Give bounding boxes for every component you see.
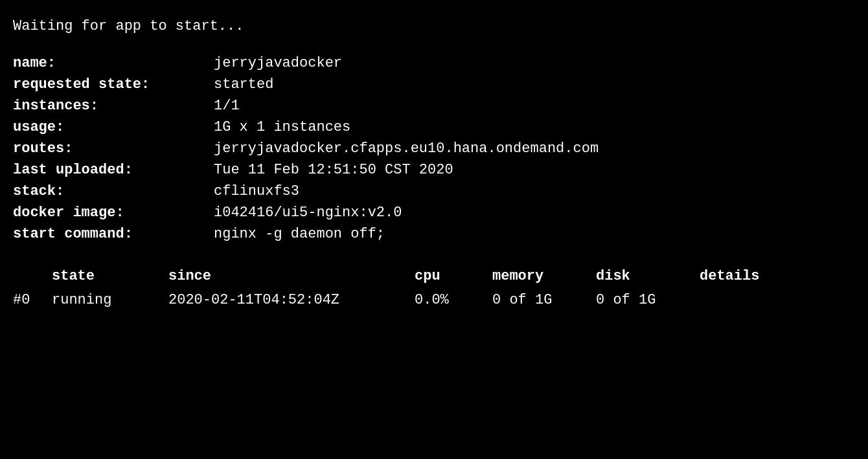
stack-row: stack: cflinuxfs3 (13, 181, 599, 202)
name-label: name: (13, 52, 214, 74)
requested-state-label: requested state: (13, 74, 214, 95)
header-since: since (168, 265, 415, 287)
header-details: details (700, 265, 803, 287)
row-index: #0 (13, 289, 52, 311)
docker-image-label: docker image: (13, 202, 214, 223)
row-state: running (52, 289, 168, 311)
name-value: jerryjavadocker (214, 52, 599, 74)
usage-value: 1G x 1 instances (214, 117, 599, 138)
instances-value: 1/1 (214, 95, 599, 117)
stack-value: cflinuxfs3 (214, 181, 599, 202)
routes-value: jerryjavadocker.cfapps.eu10.hana.ondeman… (214, 138, 599, 159)
start-command-label: start command: (13, 223, 214, 245)
name-row: name: jerryjavadocker (13, 52, 599, 74)
last-uploaded-label: last uploaded: (13, 159, 214, 181)
last-uploaded-value: Tue 11 Feb 12:51:50 CST 2020 (214, 159, 599, 181)
terminal-window: Waiting for app to start... name: jerryj… (13, 16, 855, 311)
stack-label: stack: (13, 181, 214, 202)
header-memory: memory (492, 265, 596, 287)
usage-label: usage: (13, 117, 214, 138)
routes-label: routes: (13, 138, 214, 159)
table-row: #0 running 2020-02-11T04:52:04Z 0.0% 0 o… (13, 289, 855, 311)
row-since: 2020-02-11T04:52:04Z (168, 289, 415, 311)
requested-state-row: requested state: started (13, 74, 599, 95)
instances-table: state since cpu memory disk details #0 r… (13, 265, 855, 311)
row-memory: 0 of 1G (492, 289, 596, 311)
header-state: state (52, 265, 168, 287)
requested-state-value: started (214, 74, 599, 95)
usage-row: usage: 1G x 1 instances (13, 117, 599, 138)
docker-image-row: docker image: i042416/ui5-nginx:v2.0 (13, 202, 599, 223)
header-cpu: cpu (415, 265, 492, 287)
row-details (700, 289, 803, 311)
instances-table-header: state since cpu memory disk details (13, 265, 855, 287)
row-disk: 0 of 1G (596, 289, 700, 311)
start-command-value: nginx -g daemon off; (214, 223, 599, 245)
docker-image-value: i042416/ui5-nginx:v2.0 (214, 202, 599, 223)
waiting-message: Waiting for app to start... (13, 16, 855, 37)
last-uploaded-row: last uploaded: Tue 11 Feb 12:51:50 CST 2… (13, 159, 599, 181)
app-info-table: name: jerryjavadocker requested state: s… (13, 52, 599, 245)
header-index (13, 265, 52, 287)
row-cpu: 0.0% (415, 289, 492, 311)
instances-row: instances: 1/1 (13, 95, 599, 117)
routes-row: routes: jerryjavadocker.cfapps.eu10.hana… (13, 138, 599, 159)
header-disk: disk (596, 265, 700, 287)
start-command-row: start command: nginx -g daemon off; (13, 223, 599, 245)
instances-label: instances: (13, 95, 214, 117)
